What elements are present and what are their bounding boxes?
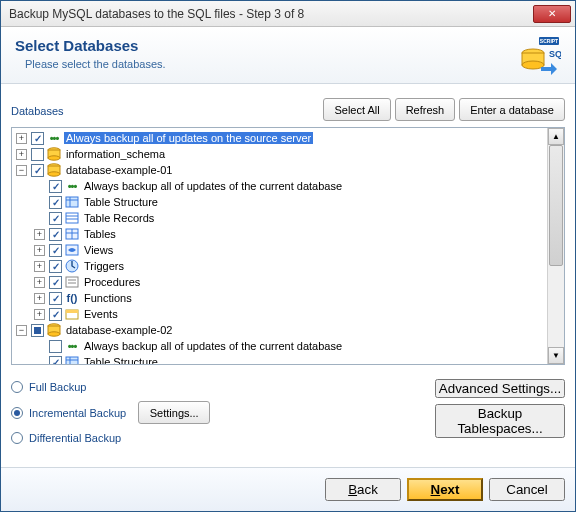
svg-rect-12 xyxy=(66,197,78,207)
tree-row[interactable]: +•••Always backup all of updates on the … xyxy=(12,130,547,146)
checkbox[interactable] xyxy=(31,324,44,337)
dots-icon: ••• xyxy=(64,338,80,354)
scroll-thumb[interactable] xyxy=(549,145,563,266)
scroll-up-button[interactable]: ▲ xyxy=(548,128,564,145)
tree-scrollbar[interactable]: ▲ ▼ xyxy=(547,128,564,364)
databases-label: Databases xyxy=(11,105,64,121)
checkbox[interactable] xyxy=(31,132,44,145)
wizard-window: Backup MySQL databases to the SQL files … xyxy=(0,0,576,512)
views-icon xyxy=(64,242,80,258)
tree-row[interactable]: −database-example-02 xyxy=(12,322,547,338)
wizard-footer: Back Next Cancel xyxy=(1,467,575,511)
expand-icon[interactable]: + xyxy=(34,261,45,272)
tree-item-label: Views xyxy=(82,244,115,256)
back-button[interactable]: Back xyxy=(325,478,401,501)
differential-backup-radio[interactable]: Differential Backup xyxy=(11,432,429,444)
database-tree-container: +•••Always backup all of updates on the … xyxy=(11,127,565,365)
tree-row[interactable]: +Views xyxy=(12,242,547,258)
checkbox[interactable] xyxy=(49,260,62,273)
collapse-icon[interactable]: − xyxy=(16,165,27,176)
checkbox[interactable] xyxy=(49,228,62,241)
tree-item-label: Always backup all of updates of the curr… xyxy=(82,180,344,192)
tree-row[interactable]: +Tables xyxy=(12,226,547,242)
expand-icon[interactable]: + xyxy=(34,293,45,304)
checkbox[interactable] xyxy=(49,244,62,257)
trig-icon xyxy=(64,258,80,274)
svg-rect-15 xyxy=(66,213,78,223)
scroll-down-button[interactable]: ▼ xyxy=(548,347,564,364)
expander-blank xyxy=(34,181,45,192)
full-backup-radio[interactable]: Full Backup xyxy=(11,381,429,393)
refresh-button[interactable]: Refresh xyxy=(395,98,456,121)
struct-icon xyxy=(64,194,80,210)
collapse-icon[interactable]: − xyxy=(16,325,27,336)
svg-rect-27 xyxy=(66,310,78,313)
tree-row[interactable]: •••Always backup all of updates of the c… xyxy=(12,178,547,194)
radio-icon xyxy=(11,407,23,419)
tree-row[interactable]: +Procedures xyxy=(12,274,547,290)
backup-options: Full Backup Incremental Backup Settings.… xyxy=(1,373,575,452)
tree-item-label: Events xyxy=(82,308,120,320)
backup-tablespaces-button[interactable]: Backup Tablespaces... xyxy=(435,404,565,438)
advanced-settings-button[interactable]: Advanced Settings... xyxy=(435,379,565,398)
expand-icon[interactable]: + xyxy=(16,149,27,160)
tree-row[interactable]: Table Structure xyxy=(12,194,547,210)
expand-icon[interactable]: + xyxy=(34,277,45,288)
titlebar[interactable]: Backup MySQL databases to the SQL files … xyxy=(1,1,575,27)
checkbox[interactable] xyxy=(49,308,62,321)
select-all-button[interactable]: Select All xyxy=(323,98,390,121)
close-button[interactable]: ✕ xyxy=(533,5,571,23)
tree-item-label: database-example-02 xyxy=(64,324,174,336)
tree-row[interactable]: +Triggers xyxy=(12,258,547,274)
tree-row[interactable]: +Events xyxy=(12,306,547,322)
scroll-track[interactable] xyxy=(548,145,564,347)
backup-type-radios: Full Backup Incremental Backup Settings.… xyxy=(11,377,429,444)
databases-toolbar: Databases Select All Refresh Enter a dat… xyxy=(1,84,575,125)
expand-icon[interactable]: + xyxy=(34,309,45,320)
checkbox[interactable] xyxy=(31,164,44,177)
page-title: Select Databases xyxy=(15,37,517,54)
svg-text:SCRIPT: SCRIPT xyxy=(540,38,558,44)
dots-icon: ••• xyxy=(46,130,62,146)
checkbox[interactable] xyxy=(49,180,62,193)
svg-point-4 xyxy=(522,61,544,69)
expand-icon[interactable]: + xyxy=(16,133,27,144)
tree-item-label: Table Structure xyxy=(82,196,160,208)
svg-point-30 xyxy=(48,332,60,336)
db-icon xyxy=(46,162,62,178)
tree-item-label: Always backup all of updates of the curr… xyxy=(82,340,344,352)
expand-icon[interactable]: + xyxy=(34,245,45,256)
tree-row[interactable]: +f()Functions xyxy=(12,290,547,306)
tree-item-label: Triggers xyxy=(82,260,126,272)
expander-blank xyxy=(34,341,45,352)
dots-icon: ••• xyxy=(64,178,80,194)
tree-item-label: information_schema xyxy=(64,148,167,160)
tree-row[interactable]: +information_schema xyxy=(12,146,547,162)
tree-item-label: Tables xyxy=(82,228,118,240)
expand-icon[interactable]: + xyxy=(34,229,45,240)
checkbox[interactable] xyxy=(31,148,44,161)
close-icon: ✕ xyxy=(548,8,556,19)
svg-point-11 xyxy=(48,172,60,176)
expander-blank xyxy=(34,197,45,208)
tree-row[interactable]: Table Records xyxy=(12,210,547,226)
cancel-button[interactable]: Cancel xyxy=(489,478,565,501)
checkbox[interactable] xyxy=(49,196,62,209)
tree-item-label: database-example-01 xyxy=(64,164,174,176)
next-button[interactable]: Next xyxy=(407,478,483,501)
checkbox[interactable] xyxy=(49,340,62,353)
window-title: Backup MySQL databases to the SQL files … xyxy=(9,7,533,21)
tree-row[interactable]: •••Always backup all of updates of the c… xyxy=(12,338,547,354)
enter-database-button[interactable]: Enter a database xyxy=(459,98,565,121)
checkbox[interactable] xyxy=(49,292,62,305)
checkbox[interactable] xyxy=(49,212,62,225)
svg-rect-23 xyxy=(66,277,78,287)
tree-row[interactable]: −database-example-01 xyxy=(12,162,547,178)
checkbox[interactable] xyxy=(49,356,62,365)
incremental-settings-button[interactable]: Settings... xyxy=(138,401,210,424)
checkbox[interactable] xyxy=(49,276,62,289)
tree-row[interactable]: Table Structure xyxy=(12,354,547,364)
proc-icon xyxy=(64,274,80,290)
incremental-backup-radio[interactable]: Incremental Backup xyxy=(11,407,126,419)
database-tree[interactable]: +•••Always backup all of updates on the … xyxy=(12,128,547,364)
